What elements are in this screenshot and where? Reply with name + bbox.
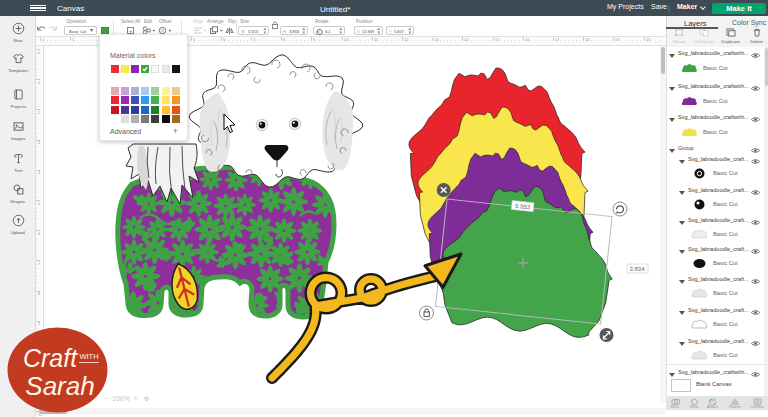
- svg-text:WITH: WITH: [79, 352, 98, 361]
- svg-text:Sarah: Sarah: [25, 371, 94, 401]
- svg-text:Craft: Craft: [23, 344, 78, 372]
- svg-text:3.834: 3.834: [630, 266, 646, 272]
